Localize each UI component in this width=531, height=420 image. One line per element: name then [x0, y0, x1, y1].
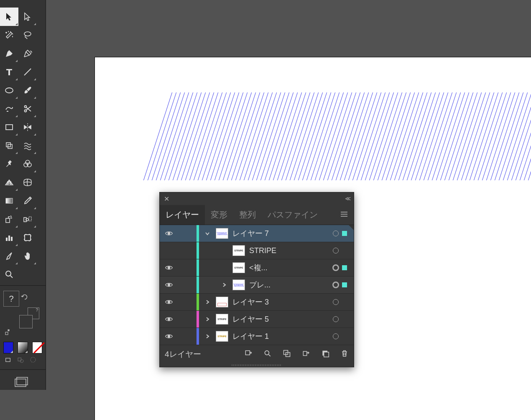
expand-arrow-icon[interactable] — [199, 333, 216, 339]
layer-name[interactable]: レイヤー 3 — [232, 297, 329, 307]
pen-tool[interactable] — [0, 44, 18, 63]
svg-rect-11 — [6, 218, 10, 223]
panel-collapse-icon[interactable]: << — [345, 195, 350, 202]
scissors-tool[interactable] — [18, 100, 37, 118]
rectangle-tool[interactable] — [0, 118, 18, 136]
hand-tool[interactable] — [18, 247, 37, 265]
draw-normal-icon[interactable] — [3, 356, 13, 364]
layers-list: レイヤー 7STRIPESTRIPESTRIPE<複...ブレ...レイヤー 3… — [160, 225, 354, 345]
help-button[interactable]: ? — [3, 291, 19, 307]
eyedropper-tool[interactable] — [18, 192, 37, 210]
visibility-toggle[interactable] — [160, 282, 178, 288]
svg-point-25 — [31, 357, 36, 362]
selection-tool[interactable] — [0, 8, 18, 26]
draw-inside-icon[interactable] — [28, 356, 38, 364]
pin-tool[interactable] — [0, 155, 18, 173]
layer-row[interactable]: STRIPEレイヤー 5 — [160, 311, 354, 328]
reflect-tool[interactable] — [18, 118, 37, 136]
layer-row[interactable]: レイヤー 7 — [160, 225, 354, 242]
target-icon[interactable] — [329, 230, 342, 236]
layer-name[interactable]: レイヤー 7 — [232, 228, 329, 238]
target-icon[interactable] — [329, 316, 342, 322]
clip-mask-icon[interactable] — [302, 349, 310, 360]
selection-indicator[interactable] — [342, 265, 354, 270]
panel-menu-icon[interactable] — [340, 211, 348, 219]
layer-name[interactable]: レイヤー 5 — [232, 314, 329, 324]
edit-toggle-icon[interactable] — [20, 292, 29, 302]
target-icon[interactable] — [329, 248, 342, 254]
magic-wand-tool[interactable] — [0, 26, 18, 44]
direct-selection-tool[interactable] — [18, 8, 37, 26]
warp-tool[interactable] — [18, 136, 37, 155]
none-swatch[interactable] — [32, 342, 42, 353]
shape-builder-tool[interactable] — [18, 155, 37, 173]
layer-row[interactable]: ブレ... — [160, 277, 354, 294]
new-sublayer-icon[interactable] — [283, 349, 291, 360]
delete-layer-icon[interactable] — [340, 349, 349, 360]
tab-pathfinder[interactable]: パスファイン — [262, 205, 324, 225]
tools-panel: ? ? — [0, 0, 46, 390]
target-icon[interactable] — [329, 282, 342, 288]
selection-indicator[interactable] — [342, 282, 354, 287]
expand-arrow-icon[interactable] — [199, 230, 216, 236]
column-graph-tool[interactable] — [0, 228, 18, 247]
zoom-tool[interactable] — [0, 265, 18, 284]
perspective-grid-tool[interactable] — [0, 173, 18, 192]
svg-point-2 — [25, 106, 27, 108]
layer-name[interactable]: STRIPE — [249, 246, 329, 255]
lasso-tool[interactable] — [18, 26, 37, 44]
layer-name[interactable]: レイヤー 1 — [232, 331, 329, 341]
slice-tool[interactable] — [0, 247, 18, 265]
layer-row[interactable]: STRIPE<複... — [160, 259, 354, 277]
layer-row[interactable]: STRIPESTRIPE — [160, 242, 354, 259]
paintbrush-tool[interactable] — [18, 81, 37, 100]
visibility-toggle[interactable] — [160, 333, 178, 339]
svg-rect-16 — [8, 236, 10, 241]
panel-close-icon[interactable]: ✕ — [164, 195, 169, 203]
draw-behind-icon[interactable] — [16, 356, 25, 364]
artboard-tool[interactable] — [18, 228, 37, 247]
symbol-sprayer-tool[interactable] — [0, 210, 18, 228]
target-icon[interactable] — [329, 264, 342, 271]
visibility-toggle[interactable] — [160, 230, 178, 236]
visibility-toggle[interactable] — [160, 265, 178, 271]
svg-point-0 — [24, 32, 31, 36]
layer-row[interactable]: STRIPEレイヤー 1 — [160, 328, 354, 345]
edit-mode-section: ? ? — [0, 289, 46, 339]
target-icon[interactable] — [329, 299, 342, 305]
mesh-tool[interactable] — [18, 173, 37, 192]
svg-point-31 — [168, 301, 170, 303]
gradient-tool[interactable] — [0, 192, 18, 210]
fill-color-swatch[interactable] — [3, 342, 13, 353]
expand-arrow-icon[interactable] — [199, 299, 216, 305]
selection-indicator[interactable] — [342, 231, 354, 236]
tab-transform[interactable]: 変形 — [205, 205, 233, 225]
blend-tool[interactable] — [18, 210, 37, 228]
search-layer-icon[interactable] — [263, 349, 272, 360]
layer-thumbnail — [232, 279, 245, 290]
tab-layers[interactable]: レイヤー — [160, 205, 205, 225]
new-layer-icon[interactable] — [321, 349, 329, 360]
expand-arrow-icon[interactable] — [216, 282, 232, 288]
layer-name[interactable]: <複... — [249, 263, 329, 273]
target-icon[interactable] — [329, 333, 342, 339]
screen-mode-icon[interactable] — [0, 373, 46, 390]
fill-stroke-swap[interactable]: ? — [19, 307, 39, 328]
line-tool[interactable] — [18, 63, 37, 81]
layer-name[interactable]: ブレ... — [249, 280, 329, 290]
free-transform-tool[interactable] — [0, 136, 18, 155]
visibility-toggle[interactable] — [160, 316, 178, 322]
expand-arrow-icon[interactable] — [199, 316, 216, 322]
locate-object-icon[interactable] — [244, 349, 253, 360]
ellipse-tool[interactable] — [0, 81, 18, 100]
canvas-area[interactable]: ✕ << レイヤー 変形 整列 パスファイン レイヤー 7STRIPESTRIP… — [49, 5, 531, 420]
shaper-tool[interactable] — [0, 100, 18, 118]
type-tool[interactable] — [0, 63, 18, 81]
visibility-toggle[interactable] — [160, 299, 178, 305]
tab-align[interactable]: 整列 — [233, 205, 262, 225]
curvature-tool[interactable] — [18, 44, 37, 63]
layer-row[interactable]: レイヤー 3 — [160, 294, 354, 311]
gradient-swatch[interactable] — [18, 342, 28, 353]
panel-resize-handle[interactable] — [160, 364, 354, 367]
swap-small-icon[interactable] — [4, 328, 12, 336]
